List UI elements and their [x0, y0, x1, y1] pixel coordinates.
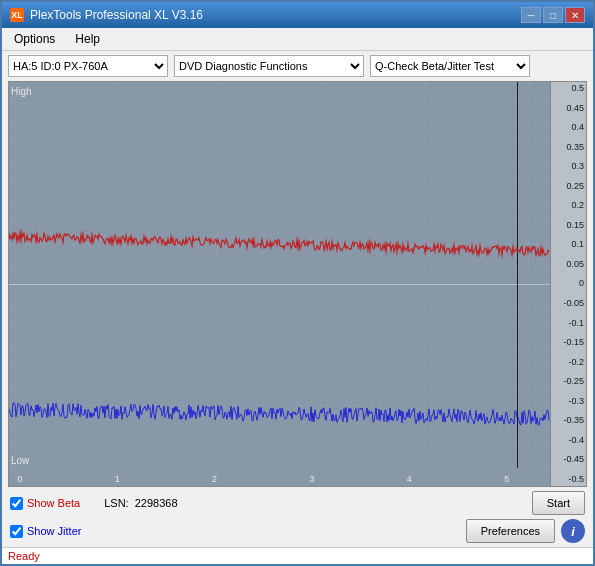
x-tick-0: 0	[17, 474, 22, 484]
menu-bar: Options Help	[2, 28, 593, 51]
show-jitter-checkbox-item: Show Jitter	[10, 525, 81, 538]
show-jitter-label: Show Jitter	[27, 525, 81, 537]
y-tick-12: -0.1	[553, 319, 584, 328]
y-tick-0: 0.5	[553, 84, 584, 93]
y-tick-4: 0.3	[553, 162, 584, 171]
drive-select[interactable]: HA:5 ID:0 PX-760A	[8, 55, 168, 77]
chart-canvas	[9, 82, 550, 468]
y-tick-8: 0.1	[553, 240, 584, 249]
y-tick-11: -0.05	[553, 299, 584, 308]
show-beta-checkbox-item: Show Beta	[10, 497, 80, 510]
close-button[interactable]: ✕	[565, 7, 585, 23]
controls-row: Show Beta LSN: 2298368 Start	[2, 487, 593, 519]
y-tick-15: -0.25	[553, 377, 584, 386]
show-beta-label: Show Beta	[27, 497, 80, 509]
y-tick-17: -0.35	[553, 416, 584, 425]
y-tick-13: -0.15	[553, 338, 584, 347]
y-tick-9: 0.05	[553, 260, 584, 269]
show-beta-checkbox[interactable]	[10, 497, 23, 510]
y-tick-19: -0.45	[553, 455, 584, 464]
chart-area: High Low	[9, 82, 586, 486]
window-title: PlexTools Professional XL V3.16	[30, 8, 203, 22]
x-tick-2: 2	[212, 474, 217, 484]
y-tick-10: 0	[553, 279, 584, 288]
lsn-info: LSN: 2298368	[104, 497, 177, 509]
button-row: Start	[532, 491, 585, 515]
info-button[interactable]: i	[561, 519, 585, 543]
test-select[interactable]: Q-Check Beta/Jitter Test	[370, 55, 530, 77]
y-tick-20: -0.5	[553, 475, 584, 484]
x-tick-4: 4	[407, 474, 412, 484]
y-tick-5: 0.25	[553, 182, 584, 191]
y-tick-7: 0.15	[553, 221, 584, 230]
x-axis: 0 1 2 3 4 5	[9, 468, 550, 486]
x-tick-3: 3	[309, 474, 314, 484]
lsn-label: LSN:	[104, 497, 128, 509]
button-row-2: Preferences i	[466, 519, 585, 543]
start-button[interactable]: Start	[532, 491, 585, 515]
x-tick-5: 5	[504, 474, 509, 484]
y-tick-3: 0.35	[553, 143, 584, 152]
menu-help[interactable]: Help	[67, 30, 108, 48]
toolbar: HA:5 ID:0 PX-760A DVD Diagnostic Functio…	[2, 51, 593, 81]
x-tick-1: 1	[115, 474, 120, 484]
y-tick-6: 0.2	[553, 201, 584, 210]
y-axis-right: 0.5 0.45 0.4 0.35 0.3 0.25 0.2 0.15 0.1 …	[550, 82, 586, 486]
lsn-value: 2298368	[135, 497, 178, 509]
title-bar-controls: ─ □ ✕	[521, 7, 585, 23]
main-window: XL PlexTools Professional XL V3.16 ─ □ ✕…	[0, 0, 595, 566]
y-tick-1: 0.45	[553, 104, 584, 113]
maximize-button[interactable]: □	[543, 7, 563, 23]
function-select[interactable]: DVD Diagnostic Functions	[174, 55, 364, 77]
chart-container: High Low	[8, 81, 587, 487]
controls-row-2: Show Jitter Preferences i	[2, 519, 593, 547]
title-bar: XL PlexTools Professional XL V3.16 ─ □ ✕	[2, 2, 593, 28]
y-tick-14: -0.2	[553, 358, 584, 367]
y-tick-16: -0.3	[553, 397, 584, 406]
y-tick-18: -0.4	[553, 436, 584, 445]
show-jitter-checkbox[interactable]	[10, 525, 23, 538]
app-icon: XL	[10, 8, 24, 22]
y-tick-2: 0.4	[553, 123, 584, 132]
preferences-button[interactable]: Preferences	[466, 519, 555, 543]
menu-options[interactable]: Options	[6, 30, 63, 48]
status-text: Ready	[8, 550, 40, 562]
minimize-button[interactable]: ─	[521, 7, 541, 23]
title-bar-left: XL PlexTools Professional XL V3.16	[10, 8, 203, 22]
status-footer: Ready	[2, 547, 593, 564]
